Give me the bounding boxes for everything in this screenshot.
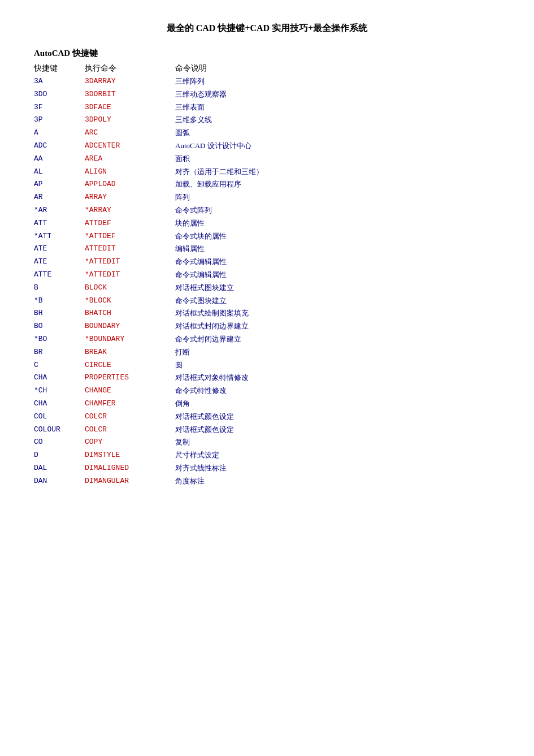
cell-shortcut: AL [34, 166, 85, 178]
table-row: 3F3DFACE三维表面 [34, 102, 500, 114]
cell-command: AREA [85, 153, 175, 165]
cell-command: ADCENTER [85, 140, 175, 152]
cell-command: BOUNDARY [85, 321, 175, 332]
cell-shortcut: COL [34, 411, 85, 423]
cell-command: ARC [85, 127, 175, 139]
table-row: 3P3DPOLY三维多义线 [34, 114, 500, 126]
table-row: 3A3DARRAY三维阵列 [34, 76, 500, 88]
cell-shortcut: BH [34, 308, 85, 319]
cell-shortcut: 3A [34, 76, 85, 88]
table-row: AAAREA面积 [34, 153, 500, 165]
cell-shortcut: BO [34, 321, 85, 332]
cell-command: COPY [85, 437, 175, 448]
cell-command: COLCR [85, 424, 175, 436]
cell-shortcut: ATE [34, 243, 85, 255]
table-row: CHACHAMFER倒角 [34, 398, 500, 410]
cell-desc: 对话框式颜色设定 [175, 411, 500, 423]
cell-shortcut: 3F [34, 102, 85, 114]
cell-command: 3DFACE [85, 102, 175, 114]
table-row: CHAPROPERTIES对话框式对象特情修改 [34, 372, 500, 384]
cell-desc: 命令式封闭边界建立 [175, 334, 500, 345]
cell-desc: 圆 [175, 360, 500, 371]
section-title: AutoCAD 快捷键 [34, 48, 500, 59]
cell-desc: 圆弧 [175, 127, 500, 139]
table-row: DALDIMALIGNED对齐式线性标注 [34, 463, 500, 474]
cell-command: COLCR [85, 411, 175, 423]
cell-desc: 三维动态观察器 [175, 89, 500, 101]
cell-shortcut: 3DO [34, 89, 85, 101]
cell-shortcut: *AR [34, 205, 85, 217]
cell-shortcut: *BO [34, 334, 85, 345]
cell-command: *BOUNDARY [85, 334, 175, 345]
cell-desc: 阵列 [175, 192, 500, 204]
cell-desc: 命令式块的属性 [175, 231, 500, 243]
cell-command: *ARRAY [85, 205, 175, 217]
cell-desc: 角度标注 [175, 476, 500, 487]
table-row: ADCADCENTERAutoCAD 设计设计中心 [34, 140, 500, 152]
cell-command: 3DORBIT [85, 89, 175, 101]
cell-command: ARRAY [85, 192, 175, 204]
cell-shortcut: ADC [34, 140, 85, 152]
table-row: BRBREAK打断 [34, 347, 500, 358]
cell-shortcut: B [34, 282, 85, 294]
cell-shortcut: 3P [34, 114, 85, 126]
table-header: 快捷键 执行命令 命令说明 [34, 63, 500, 74]
cell-desc: 命令式阵列 [175, 205, 500, 217]
cell-command: 3DARRAY [85, 76, 175, 88]
cell-desc: 尺寸样式设定 [175, 450, 500, 461]
table-row: APAPPLOAD加载、卸载应用程序 [34, 179, 500, 191]
table-row: ATEATTEDIT编辑属性 [34, 243, 500, 255]
cell-command: *BLOCK [85, 295, 175, 307]
cell-desc: 对齐式线性标注 [175, 463, 500, 474]
cell-shortcut: ATE [34, 256, 85, 268]
cell-shortcut: AA [34, 153, 85, 165]
cell-desc: 对齐（适用于二维和三维） [175, 166, 500, 178]
cell-shortcut: CO [34, 437, 85, 448]
page-title: 最全的 CAD 快捷键+CAD 实用技巧+最全操作系统 [34, 23, 500, 34]
cell-desc: 加载、卸载应用程序 [175, 179, 500, 191]
cell-command: CHANGE [85, 385, 175, 397]
cell-desc: 命令式图块建立 [175, 295, 500, 307]
table-row: 3DO3DORBIT三维动态观察器 [34, 89, 500, 101]
cell-desc: 对话框式绘制图案填充 [175, 308, 500, 319]
table-row: *ATT*ATTDEF命令式块的属性 [34, 231, 500, 243]
cell-command: BLOCK [85, 282, 175, 294]
cell-command: BHATCH [85, 308, 175, 319]
cell-desc: 三维多义线 [175, 114, 500, 126]
cell-desc: 对话框式图块建立 [175, 282, 500, 294]
cell-command: ALIGN [85, 166, 175, 178]
cell-desc: 命令式编辑属性 [175, 269, 500, 281]
cell-desc: 三维表面 [175, 102, 500, 114]
table-row: *BO*BOUNDARY命令式封闭边界建立 [34, 334, 500, 345]
cell-desc: 命令式编辑属性 [175, 256, 500, 268]
cell-shortcut: DAL [34, 463, 85, 474]
cell-shortcut: A [34, 127, 85, 139]
table-row: *B*BLOCK命令式图块建立 [34, 295, 500, 307]
cell-command: CIRCLE [85, 360, 175, 371]
cell-shortcut: *CH [34, 385, 85, 397]
table-row: ATTATTDEF块的属性 [34, 218, 500, 230]
cell-desc: 倒角 [175, 398, 500, 410]
cell-command: *ATTDEF [85, 231, 175, 243]
cell-shortcut: BR [34, 347, 85, 358]
cell-shortcut: D [34, 450, 85, 461]
cell-shortcut: ATT [34, 218, 85, 230]
cell-command: DIMSTYLE [85, 450, 175, 461]
table-row: CCIRCLE圆 [34, 360, 500, 371]
cell-command: PROPERTIES [85, 372, 175, 384]
cell-desc: 面积 [175, 153, 500, 165]
cell-desc: 对话框式对象特情修改 [175, 372, 500, 384]
cell-shortcut: C [34, 360, 85, 371]
cell-desc: 对话框式封闭边界建立 [175, 321, 500, 332]
table-body: 3A3DARRAY三维阵列3DO3DORBIT三维动态观察器3F3DFACE三维… [34, 76, 500, 487]
cell-command: DIMANGULAR [85, 476, 175, 487]
cell-shortcut: COLOUR [34, 424, 85, 436]
cell-desc: 复制 [175, 437, 500, 448]
table-row: ATE*ATTEDIT命令式编辑属性 [34, 256, 500, 268]
cell-command: ATTDEF [85, 218, 175, 230]
cell-desc: 命令式特性修改 [175, 385, 500, 397]
cell-shortcut: *ATT [34, 231, 85, 243]
table-row: ALALIGN对齐（适用于二维和三维） [34, 166, 500, 178]
table-row: DDIMSTYLE尺寸样式设定 [34, 450, 500, 461]
cell-command: *ATTEDIT [85, 269, 175, 281]
